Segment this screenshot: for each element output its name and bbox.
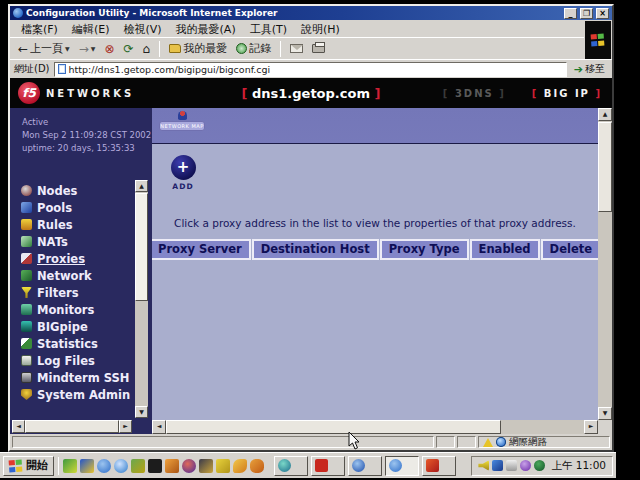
column-header-destination-host[interactable]: Destination Host [252, 239, 379, 260]
task-button-active[interactable] [385, 456, 419, 476]
address-label: 網址(D) [14, 62, 50, 76]
quick-launch-icon[interactable] [199, 459, 213, 473]
refresh-button[interactable]: ⟳ [120, 42, 136, 56]
sidebar-item-system-admin[interactable]: System Admin [21, 386, 126, 403]
menu-help[interactable]: 說明(H) [294, 21, 347, 38]
menu-view[interactable]: 檢視(V) [116, 21, 168, 38]
scrollbar-corner [598, 420, 612, 434]
scrollbar-thumb[interactable] [135, 193, 148, 301]
menu-tools[interactable]: 工具(T) [243, 21, 294, 38]
quick-launch-icon[interactable] [182, 459, 196, 473]
sidebar-item-rules[interactable]: Rules [21, 216, 126, 233]
back-button[interactable]: ← 上一頁 ▼ [15, 40, 73, 57]
scroll-right-icon[interactable]: ► [584, 420, 598, 434]
sidebar-vertical-scrollbar[interactable]: ▲ ▼ [135, 180, 148, 418]
maximize-button[interactable]: ❐ [580, 8, 593, 19]
tray-icon[interactable] [492, 460, 503, 471]
scroll-up-icon[interactable]: ▲ [598, 108, 612, 121]
column-header-delete[interactable]: Delete [541, 239, 601, 260]
print-button[interactable] [309, 43, 328, 54]
taskbar-clock[interactable]: 上午 11:00 [548, 459, 606, 473]
device-status: Active Mon Sep 2 11:09:28 CST 2002 uptim… [10, 108, 152, 156]
task-button[interactable] [422, 456, 456, 476]
add-icon: + [171, 155, 196, 180]
sidebar-item-bigpipe[interactable]: BIGpipe [21, 318, 126, 335]
refresh-icon: ⟳ [123, 43, 133, 55]
task-button[interactable] [311, 456, 345, 476]
sidebar-horizontal-scrollbar[interactable]: ◄ ► [12, 420, 132, 433]
content-vertical-scrollbar[interactable]: ▲ ▼ [598, 108, 612, 420]
task-button[interactable] [274, 456, 308, 476]
quick-launch-bar [63, 459, 264, 473]
quick-launch-icon[interactable] [131, 459, 145, 473]
tray-icon[interactable] [534, 460, 545, 471]
quick-launch-icon[interactable] [97, 459, 111, 473]
title-bar[interactable]: Configuration Utility - Microsoft Intern… [10, 6, 612, 20]
volume-icon[interactable] [478, 460, 489, 471]
sidebar-item-nodes[interactable]: Nodes [21, 182, 126, 199]
task-buttons [274, 456, 456, 476]
column-header-enabled[interactable]: Enabled [470, 239, 540, 260]
quick-launch-icon[interactable] [80, 459, 94, 473]
sidebar-item-filters[interactable]: Filters [21, 284, 126, 301]
address-input[interactable]: http://dns1.getop.com/bigipgui/bigconf.c… [54, 62, 567, 77]
content-area: NETWORK MAP Proxies Proxy Statistics Cre… [152, 108, 612, 434]
sidebar-item-mindterm-ssh[interactable]: Mindterm SSH [21, 369, 126, 386]
sidebar-item-network[interactable]: Network [21, 267, 126, 284]
minimize-button[interactable]: _ [564, 8, 577, 19]
menu-edit[interactable]: 編輯(E) [65, 21, 117, 38]
sidebar-item-nats[interactable]: NATs [21, 233, 126, 250]
scroll-right-icon[interactable]: ► [119, 420, 132, 433]
quick-launch-icon[interactable] [250, 459, 264, 473]
scroll-left-icon[interactable]: ◄ [152, 420, 166, 434]
sidebar-item-pools[interactable]: Pools [21, 199, 126, 216]
scrollbar-thumb[interactable] [25, 420, 119, 433]
home-button[interactable]: ⌂ [140, 42, 154, 56]
add-proxy-button[interactable]: + ADD [166, 155, 200, 191]
tray-icon[interactable] [506, 460, 517, 471]
scroll-up-icon[interactable]: ▲ [135, 180, 148, 192]
network-icon [21, 270, 32, 281]
scroll-left-icon[interactable]: ◄ [12, 420, 25, 433]
content-horizontal-scrollbar[interactable]: ◄ ► [152, 420, 598, 434]
sidebar-item-proxies[interactable]: Proxies [21, 250, 126, 267]
scroll-down-icon[interactable]: ▼ [135, 406, 148, 418]
network-map-button[interactable]: NETWORK MAP [159, 111, 205, 131]
start-windows-flag-icon [9, 459, 24, 472]
scrollbar-thumb[interactable] [598, 122, 612, 212]
status-pane [457, 436, 476, 448]
menu-file[interactable]: 檔案(F) [14, 21, 65, 38]
sidebar-item-statistics[interactable]: Statistics [21, 335, 126, 352]
product-bigip[interactable]: [ BIG IP ] [532, 88, 602, 99]
stop-button[interactable]: ⊗ [101, 42, 117, 56]
quick-launch-icon[interactable] [165, 459, 179, 473]
sidebar-item-log-files[interactable]: Log Files [21, 352, 126, 369]
quick-launch-icon[interactable] [63, 459, 77, 473]
warning-icon [483, 438, 493, 447]
url-page-icon [58, 64, 66, 74]
menu-favorites[interactable]: 我的最愛(A) [169, 21, 243, 38]
app-icon [426, 459, 439, 472]
tray-icon[interactable] [520, 460, 531, 471]
scrollbar-thumb[interactable] [166, 420, 501, 434]
sidebar-item-monitors[interactable]: Monitors [21, 301, 126, 318]
task-button[interactable] [348, 456, 382, 476]
go-button[interactable]: ➔ 移至 [571, 62, 608, 76]
scroll-down-icon[interactable]: ▼ [598, 407, 612, 420]
column-header-proxy-type[interactable]: Proxy Type [380, 239, 469, 260]
quick-launch-icon[interactable] [148, 459, 162, 473]
start-button[interactable]: 開始 [3, 456, 54, 476]
hostname: dns1.getop.com [252, 86, 370, 101]
mail-button[interactable] [287, 43, 306, 54]
history-button[interactable]: 記錄 [233, 40, 274, 57]
close-button[interactable]: × [596, 8, 609, 19]
stop-icon: ⊗ [104, 43, 114, 55]
quick-launch-icon[interactable] [114, 459, 128, 473]
favorites-button[interactable]: 我的最愛 [166, 40, 230, 57]
quick-launch-icon[interactable] [233, 459, 247, 473]
mail-icon [290, 44, 303, 53]
product-3dns[interactable]: [ 3DNS ] [443, 88, 506, 99]
column-header-proxy-server[interactable]: Proxy Server [152, 239, 251, 260]
quick-launch-icon[interactable] [216, 459, 230, 473]
forward-button[interactable]: → ▼ [76, 42, 99, 56]
